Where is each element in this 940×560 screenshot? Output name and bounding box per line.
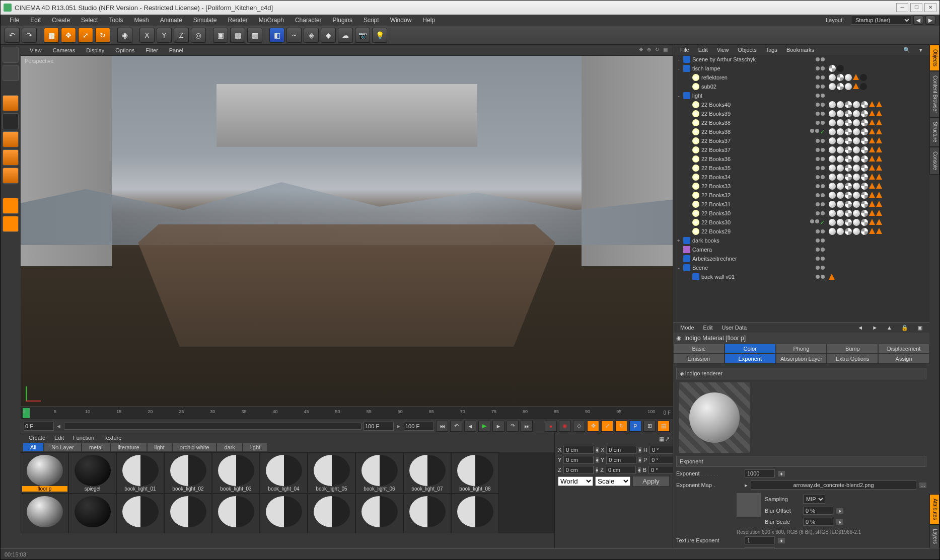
select-tool[interactable]: ▦ <box>44 28 59 43</box>
object-row[interactable]: 22 Books36 <box>673 154 929 164</box>
material-cell[interactable]: book_light_08 <box>451 452 499 494</box>
mat-menu-function[interactable]: Function <box>69 434 98 441</box>
key-mode-button[interactable]: ▤ <box>658 421 670 432</box>
material-cell[interactable] <box>308 494 355 533</box>
object-row[interactable]: reflektoren <box>673 73 929 82</box>
timeline-slider[interactable] <box>64 423 361 430</box>
material-cell[interactable] <box>164 494 212 533</box>
prev-key-button[interactable]: ↶ <box>450 421 462 432</box>
viewport-zoom-icon[interactable]: ⊕ <box>645 47 653 54</box>
attr-up-icon[interactable]: ▲ <box>883 324 896 332</box>
object-row[interactable]: -Scene <box>673 263 929 272</box>
close-button[interactable]: ✕ <box>924 3 936 12</box>
next-key-button[interactable]: ↷ <box>507 421 519 432</box>
size-z-input[interactable] <box>606 466 636 474</box>
attr-back-icon[interactable]: ◄ <box>853 324 867 332</box>
viewport-layout-icon[interactable]: ▦ <box>662 47 669 54</box>
pos-x-input[interactable] <box>563 446 594 454</box>
attributes-tab[interactable]: Attributes <box>929 494 939 524</box>
next-frame-button[interactable]: ► <box>492 421 504 432</box>
scale-tool[interactable]: ⤢ <box>78 28 93 43</box>
obj-filter-icon[interactable]: ▾ <box>915 46 926 54</box>
exponent-input[interactable] <box>745 469 775 477</box>
spline-button[interactable]: ～ <box>286 28 302 43</box>
make-editable-button[interactable] <box>3 47 19 63</box>
mat-tab-all[interactable]: All <box>23 443 44 452</box>
key-scale-button[interactable]: ⤢ <box>601 421 613 432</box>
key-pla-button[interactable]: ⊞ <box>643 421 656 432</box>
menu-mograph[interactable]: MoGraph <box>254 16 289 25</box>
layout-select[interactable]: Startup (User) <box>851 16 911 25</box>
menu-simulate[interactable]: Simulate <box>188 16 222 25</box>
attr-tab-bump[interactable]: Bump <box>827 344 878 354</box>
viewport-pan-icon[interactable]: ✥ <box>637 47 644 54</box>
structure-tab[interactable]: Structure <box>929 117 939 147</box>
goto-end-button[interactable]: ⏭ <box>521 421 533 432</box>
material-cell[interactable]: spiegel <box>68 452 116 494</box>
mat-menu-edit[interactable]: Edit <box>50 434 68 441</box>
keyframe-sel-button[interactable]: ◇ <box>573 421 585 432</box>
object-row[interactable]: 22 Books32 <box>673 191 929 200</box>
object-mode-button[interactable] <box>3 95 19 111</box>
menu-animate[interactable]: Animate <box>155 16 187 25</box>
object-row[interactable]: 22 Books38✓ <box>673 127 929 136</box>
mat-tab-no-layer[interactable]: No Layer <box>44 443 82 452</box>
mat-tab-light[interactable]: light <box>147 443 172 452</box>
menu-select[interactable]: Select <box>76 16 103 25</box>
mat-tab-literature[interactable]: literature <box>110 443 147 452</box>
object-row[interactable]: 22 Books29 <box>673 227 929 236</box>
mat-tab-metal[interactable]: metal <box>82 443 110 452</box>
map-browse-button[interactable]: … <box>919 483 926 488</box>
attr-tab-displacement[interactable]: Displacement <box>878 344 929 354</box>
object-row[interactable]: 22 Books31 <box>673 200 929 209</box>
object-row[interactable]: Camera <box>673 245 929 254</box>
texture-exponent-input[interactable] <box>745 536 775 544</box>
vp-menu-filter[interactable]: Filter <box>140 46 163 54</box>
autokey-button[interactable]: ◉ <box>559 421 571 432</box>
attr-tab-absorption-layer[interactable]: Absorption Layer <box>776 354 827 364</box>
range-end-input[interactable] <box>364 422 394 431</box>
vp-menu-panel[interactable]: Panel <box>164 46 188 54</box>
object-row[interactable]: 22 Books37 <box>673 136 929 145</box>
console-tab[interactable]: Console <box>929 147 939 175</box>
renderer-section-header[interactable]: ◈ indigo renderer <box>676 368 926 379</box>
render-pv-button[interactable]: ▤ <box>230 28 245 43</box>
range-start-input[interactable] <box>24 422 54 431</box>
vp-menu-cameras[interactable]: Cameras <box>48 46 81 54</box>
primitive-cube-button[interactable]: ◧ <box>269 28 284 43</box>
minimize-button[interactable]: ─ <box>896 3 908 12</box>
object-row[interactable]: 22 Books30✓ <box>673 218 929 227</box>
object-row[interactable]: 22 Books40 <box>673 100 929 109</box>
material-cell[interactable]: book_light_07 <box>403 452 451 494</box>
render-settings-button[interactable]: ▥ <box>247 28 262 43</box>
recent-tool[interactable]: ◉ <box>117 28 132 43</box>
object-row[interactable]: -tisch lampe <box>673 64 929 73</box>
mat-tab-orchid-white[interactable]: orchid white <box>172 443 217 452</box>
material-cell[interactable]: book_light_01 <box>116 452 164 494</box>
mat-menu-create[interactable]: Create <box>25 434 49 441</box>
obj-menu-bookmarks[interactable]: Bookmarks <box>782 46 818 53</box>
polygon-mode-button[interactable] <box>3 168 19 184</box>
object-row[interactable]: 22 Books35 <box>673 164 929 173</box>
move-tool[interactable]: ✥ <box>61 28 76 43</box>
attr-menu-edit[interactable]: Edit <box>699 324 717 331</box>
menu-help[interactable]: Help <box>417 16 440 25</box>
attr-tab-color[interactable]: Color <box>725 344 776 354</box>
attr-new-icon[interactable]: ▣ <box>913 324 926 332</box>
coord-tab-icon[interactable]: ▦ <box>659 436 664 444</box>
current-frame-input[interactable] <box>404 422 434 431</box>
generator-button[interactable]: ◈ <box>304 28 319 43</box>
menu-window[interactable]: Window <box>385 16 417 25</box>
menu-create[interactable]: Create <box>47 16 75 25</box>
attr-fwd-icon[interactable]: ► <box>868 324 882 332</box>
object-row[interactable]: 22 Books37 <box>673 145 929 154</box>
object-row[interactable]: 22 Books34 <box>673 173 929 182</box>
sampling-select[interactable]: MIP <box>803 495 825 504</box>
obj-menu-edit[interactable]: Edit <box>694 46 712 53</box>
mat-tab-light[interactable]: light <box>243 443 268 452</box>
attr-tab-phong[interactable]: Phong <box>776 344 827 354</box>
map-arrow-icon[interactable]: ▸ <box>745 482 748 489</box>
pos-y-input[interactable] <box>563 456 594 464</box>
object-row[interactable]: back wall v01 <box>673 272 929 281</box>
layout-prev-button[interactable]: ◄ <box>913 16 923 25</box>
